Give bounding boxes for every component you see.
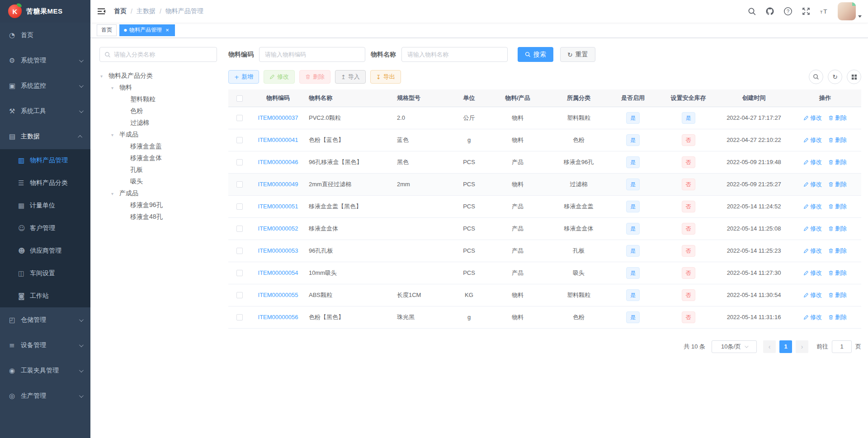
material-code-link[interactable]: ITEM00000037 xyxy=(258,114,298,121)
row-edit-link[interactable]: 修改 xyxy=(803,247,822,255)
select-all-checkbox[interactable] xyxy=(236,95,243,102)
delete-button[interactable]: 删除 xyxy=(299,70,330,84)
tree-node[interactable]: ▾ 物料及产品分类 xyxy=(99,70,217,82)
tree-node[interactable]: 移液盒盒盖 xyxy=(99,141,217,152)
avatar[interactable] xyxy=(838,2,856,20)
row-delete-link[interactable]: 删除 xyxy=(828,203,847,211)
fold-sidebar-icon[interactable] xyxy=(97,6,107,16)
current-page-button[interactable]: 1 xyxy=(779,340,792,353)
row-edit-link[interactable]: 修改 xyxy=(803,225,822,233)
material-code-link[interactable]: ITEM00000056 xyxy=(258,314,298,320)
row-edit-link[interactable]: 修改 xyxy=(803,114,822,122)
columns-grid-icon[interactable] xyxy=(847,70,861,84)
search-button[interactable]: 搜索 xyxy=(518,47,553,62)
breadcrumb-home[interactable]: 首页 xyxy=(114,7,127,15)
tree-node[interactable]: ▾ 产成品 xyxy=(99,188,217,199)
row-delete-link[interactable]: 删除 xyxy=(828,269,847,277)
breadcrumb-master-data[interactable]: 主数据 xyxy=(137,7,156,15)
row-edit-link[interactable]: 修改 xyxy=(803,313,822,321)
material-code-link[interactable]: ITEM00000054 xyxy=(258,269,298,276)
tree-search-input[interactable] xyxy=(114,51,212,58)
import-button[interactable]: ↥ 导入 xyxy=(335,70,366,84)
sidebar-menu-item[interactable]: ≡ 设备管理 xyxy=(0,333,90,358)
sidebar-submenu-item[interactable]: ▥ 物料产品管理 xyxy=(0,149,90,172)
tree-node[interactable]: 移液盒96孔 xyxy=(99,199,217,211)
help-icon[interactable]: ? xyxy=(783,7,793,16)
refresh-icon[interactable]: ↻ xyxy=(828,70,842,84)
row-checkbox[interactable] xyxy=(236,203,243,210)
reset-button[interactable]: ↻ 重置 xyxy=(560,47,595,62)
sidebar-submenu-item[interactable]: ☻ 供应商管理 xyxy=(0,240,90,262)
tree-node[interactable]: 色粉 xyxy=(99,105,217,117)
row-checkbox[interactable] xyxy=(236,292,243,298)
edit-button[interactable]: 修改 xyxy=(264,70,295,84)
add-button[interactable]: + 新增 xyxy=(228,70,259,84)
row-checkbox[interactable] xyxy=(236,226,243,232)
row-checkbox[interactable] xyxy=(236,270,243,276)
row-delete-link[interactable]: 删除 xyxy=(828,180,847,188)
fullscreen-icon[interactable] xyxy=(802,7,811,16)
page-size-select[interactable]: 10条/页 xyxy=(712,340,757,353)
tree-node[interactable]: ▾ 半成品 xyxy=(99,129,217,141)
material-code-link[interactable]: ITEM00000055 xyxy=(258,292,298,298)
row-delete-link[interactable]: 删除 xyxy=(828,136,847,144)
tree-node[interactable]: 移液盒盒体 xyxy=(99,152,217,164)
export-button[interactable]: ↧ 导出 xyxy=(370,70,401,84)
tree-node[interactable]: 孔板 xyxy=(99,164,217,176)
material-code-link[interactable]: ITEM00000052 xyxy=(258,225,298,232)
tree-node[interactable]: 吸头 xyxy=(99,176,217,188)
sidebar-menu-item[interactable]: ◉ 工装夹具管理 xyxy=(0,358,90,383)
font-size-icon[interactable]: TT xyxy=(820,7,829,16)
tab[interactable]: 首页 xyxy=(97,24,117,36)
sidebar-menu-item[interactable]: ◰ 仓储管理 xyxy=(0,307,90,333)
row-delete-link[interactable]: 删除 xyxy=(828,247,847,255)
material-code-link[interactable]: ITEM00000051 xyxy=(258,203,298,210)
sidebar-menu-item[interactable]: ▣ 系统监控 xyxy=(0,73,90,99)
row-delete-link[interactable]: 删除 xyxy=(828,114,847,122)
sidebar-menu-item[interactable]: ◔ 首页 xyxy=(0,23,90,48)
tree-node[interactable]: 塑料颗粒 xyxy=(99,94,217,105)
sidebar-submenu-item[interactable]: ◫ 车间设置 xyxy=(0,262,90,285)
github-icon[interactable] xyxy=(765,7,774,16)
prev-page-button[interactable]: ‹ xyxy=(763,340,776,353)
material-code-link[interactable]: ITEM00000046 xyxy=(258,159,298,165)
sidebar-menu-item[interactable]: ⚒ 系统工具 xyxy=(0,99,90,124)
tree-node[interactable]: 移液盒48孔 xyxy=(99,211,217,223)
row-edit-link[interactable]: 修改 xyxy=(803,180,822,188)
user-menu[interactable] xyxy=(838,2,862,20)
tab[interactable]: ● 物料产品管理 × xyxy=(119,24,175,36)
sidebar-menu-item[interactable]: ⚙ 系统管理 xyxy=(0,48,90,73)
row-checkbox[interactable] xyxy=(236,314,243,320)
goto-page-input[interactable] xyxy=(832,340,852,353)
next-page-button[interactable]: › xyxy=(796,340,808,353)
material-code-link[interactable]: ITEM00000049 xyxy=(258,181,298,188)
sidebar-submenu-item[interactable]: ▦ 计量单位 xyxy=(0,194,90,217)
row-edit-link[interactable]: 修改 xyxy=(803,269,822,277)
row-delete-link[interactable]: 删除 xyxy=(828,225,847,233)
row-edit-link[interactable]: 修改 xyxy=(803,203,822,211)
row-edit-link[interactable]: 修改 xyxy=(803,136,822,144)
tab-close-icon[interactable]: × xyxy=(164,27,170,33)
sidebar-submenu-item[interactable]: ☰ 物料产品分类 xyxy=(0,172,90,194)
row-checkbox[interactable] xyxy=(236,181,243,188)
row-checkbox[interactable] xyxy=(236,115,243,121)
row-checkbox[interactable] xyxy=(236,137,243,143)
row-edit-link[interactable]: 修改 xyxy=(803,291,822,299)
sidebar-submenu-item[interactable]: ◙ 工作站 xyxy=(0,285,90,307)
row-delete-link[interactable]: 删除 xyxy=(828,291,847,299)
material-name-input[interactable] xyxy=(401,47,508,62)
sidebar-menu-item[interactable]: ▤ 主数据 xyxy=(0,124,90,149)
tree-node[interactable]: ▾ 物料 xyxy=(99,82,217,94)
search-icon[interactable] xyxy=(747,7,756,16)
material-code-link[interactable]: ITEM00000053 xyxy=(258,247,298,254)
material-code-input[interactable] xyxy=(259,47,365,62)
row-checkbox[interactable] xyxy=(236,248,243,254)
sidebar-menu-item[interactable]: ◎ 生产管理 xyxy=(0,383,90,409)
tree-node[interactable]: 过滤棉 xyxy=(99,117,217,129)
material-code-link[interactable]: ITEM00000041 xyxy=(258,137,298,143)
row-delete-link[interactable]: 删除 xyxy=(828,158,847,166)
row-edit-link[interactable]: 修改 xyxy=(803,158,822,166)
sidebar-submenu-item[interactable]: ☺ 客户管理 xyxy=(0,217,90,240)
row-delete-link[interactable]: 删除 xyxy=(828,313,847,321)
search-toggle-icon[interactable] xyxy=(809,70,823,84)
